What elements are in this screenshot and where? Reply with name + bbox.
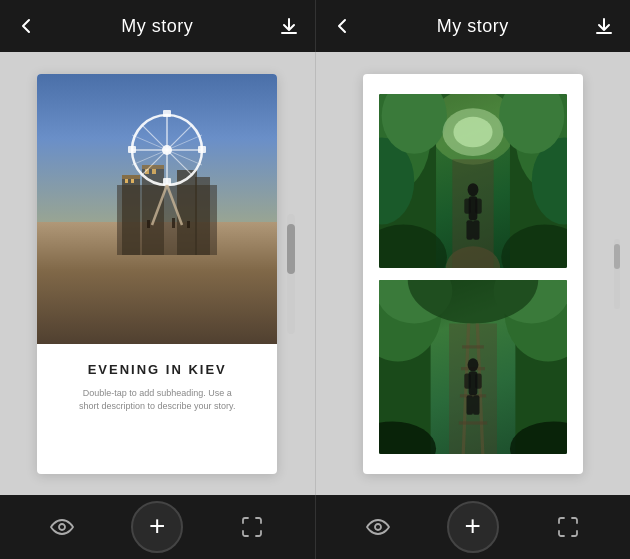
svg-point-16 (162, 145, 172, 155)
right-back-button[interactable] (328, 12, 356, 40)
left-top-bar: My story (0, 0, 315, 52)
svg-rect-45 (466, 220, 473, 240)
bottom-bar: + + (0, 495, 630, 559)
svg-rect-27 (142, 165, 164, 169)
left-story-card: EVENING IN KIEV Double-tap to add subhea… (37, 74, 277, 474)
svg-rect-5 (125, 179, 128, 183)
left-scroll-indicator (287, 214, 295, 334)
svg-rect-66 (475, 373, 482, 388)
right-story-card (363, 74, 583, 474)
svg-rect-26 (122, 175, 140, 179)
right-eye-button[interactable] (362, 511, 394, 543)
top-bars: My story My story (0, 0, 630, 52)
right-bottom-section: + (315, 495, 631, 559)
svg-rect-62 (459, 421, 487, 424)
story-heading: EVENING IN KIEV (88, 362, 227, 377)
story-subheading: Double-tap to add subheading. Use a shor… (77, 387, 237, 414)
svg-rect-68 (473, 395, 480, 415)
left-panel: EVENING IN KIEV Double-tap to add subhea… (0, 52, 315, 495)
right-add-button[interactable]: + (447, 501, 499, 553)
right-top-bar: My story (315, 0, 631, 52)
svg-rect-6 (131, 179, 134, 183)
svg-rect-20 (198, 146, 206, 153)
svg-rect-1 (122, 175, 140, 255)
forest-image-top (379, 94, 567, 268)
ferris-wheel-image (37, 74, 277, 344)
story-text-area: EVENING IN KIEV Double-tap to add subhea… (37, 344, 277, 474)
right-title: My story (356, 16, 591, 37)
svg-point-71 (59, 524, 65, 530)
left-download-button[interactable] (275, 12, 303, 40)
left-title: My story (40, 16, 275, 37)
left-add-button[interactable]: + (131, 501, 183, 553)
svg-point-40 (453, 116, 492, 146)
svg-rect-8 (152, 169, 156, 174)
svg-point-72 (375, 524, 381, 530)
left-bottom-section: + (0, 495, 315, 559)
right-panel-scroll (614, 239, 620, 309)
svg-rect-18 (163, 178, 171, 185)
svg-rect-17 (163, 110, 171, 117)
svg-rect-46 (473, 220, 480, 240)
ferris-wheel-svg (117, 95, 217, 255)
svg-point-47 (379, 224, 447, 268)
svg-rect-59 (462, 345, 484, 348)
right-panel-scroll-thumb (614, 244, 620, 269)
main-area: EVENING IN KIEV Double-tap to add subhea… (0, 52, 630, 495)
svg-point-41 (467, 183, 478, 196)
left-expand-button[interactable] (236, 511, 268, 543)
svg-rect-67 (466, 395, 473, 415)
left-back-button[interactable] (12, 12, 40, 40)
svg-rect-44 (475, 198, 482, 213)
forest-image-bottom (379, 280, 567, 454)
svg-rect-4 (195, 177, 210, 255)
right-add-icon: + (465, 512, 481, 540)
svg-rect-24 (172, 218, 175, 228)
svg-rect-65 (464, 373, 471, 388)
svg-point-63 (467, 358, 478, 371)
right-download-button[interactable] (590, 12, 618, 40)
svg-rect-43 (464, 198, 471, 213)
svg-rect-25 (187, 221, 190, 228)
left-eye-button[interactable] (46, 511, 78, 543)
right-expand-button[interactable] (552, 511, 584, 543)
right-panel (315, 52, 631, 495)
svg-rect-23 (147, 220, 150, 228)
svg-rect-19 (128, 146, 136, 153)
left-add-icon: + (149, 512, 165, 540)
left-scroll-thumb (287, 224, 295, 274)
